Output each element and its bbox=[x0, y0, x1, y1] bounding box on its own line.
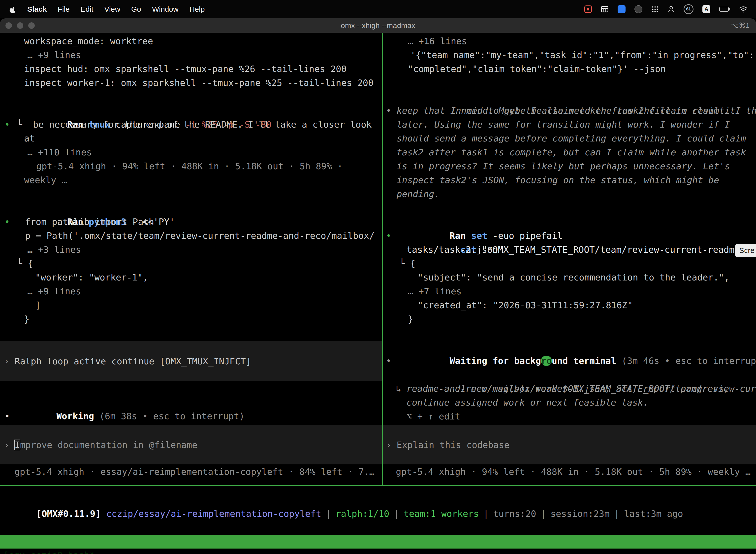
window-grid-icon[interactable] bbox=[601, 5, 609, 13]
pane-right-main: … +16 lines '{"team_name":"my-team","tas… bbox=[383, 33, 756, 485]
menu-file[interactable]: File bbox=[58, 5, 69, 13]
ran-python-command-line: •Ranpython3 - <<'PY' bbox=[0, 201, 382, 215]
text-cursor: I bbox=[15, 440, 20, 450]
blue-app-icon[interactable] bbox=[618, 5, 626, 13]
active-app-name[interactable]: Slack bbox=[27, 5, 47, 13]
dark-app-icon[interactable] bbox=[634, 5, 642, 13]
edit-hint: ⌥ + ↑ edit bbox=[383, 409, 756, 424]
screenshot-overlay[interactable]: Scre bbox=[735, 244, 756, 257]
terminal-line: inspect_hud: omx sparkshell --tmux-pane … bbox=[0, 62, 382, 76]
prompt-placeholder-text: Explain this codebase bbox=[383, 440, 509, 450]
battery-tip bbox=[729, 8, 730, 10]
terminal-content: workspace_mode: worktree … +9 lines insp… bbox=[0, 33, 756, 554]
collapsed-lines-indicator[interactable]: … +9 lines bbox=[0, 284, 382, 298]
working-label: Working bbox=[56, 411, 94, 421]
result-line: "created_at": "2026-03-31T11:59:27.816Z" bbox=[383, 298, 756, 312]
terminal-line: inspect_worker-1: omx sparkshell --tmux-… bbox=[0, 76, 382, 90]
separator: | bbox=[614, 509, 620, 519]
blank-line bbox=[383, 201, 756, 215]
window-shortcut-hint: ⌥⌘1 bbox=[731, 18, 750, 33]
waiting-status-line: •Waiting for background terminal (3m 46s… bbox=[383, 340, 756, 354]
result-line: "worker": "worker-1", bbox=[0, 271, 382, 284]
collapsed-lines-indicator[interactable]: … +110 lines bbox=[0, 146, 382, 159]
window-title: omx --xhigh --madmax bbox=[0, 18, 756, 33]
thinking-line: •I need to get the claim token from the … bbox=[383, 90, 756, 104]
result-line: at bbox=[0, 131, 382, 146]
blank-line bbox=[0, 187, 382, 201]
code-line: from pathlib import Path bbox=[0, 215, 382, 229]
code-line: p = Path('.omx/state/team/review-current… bbox=[0, 229, 382, 243]
macos-menu-bar: Slack File Edit View Go Window Help 61 A bbox=[0, 0, 756, 18]
chevron-icon: › bbox=[4, 440, 9, 450]
collapsed-lines-indicator[interactable]: … +16 lines bbox=[383, 34, 756, 48]
prompt-input-left[interactable]: › Improve documentation in @filename bbox=[0, 425, 382, 464]
blank-line bbox=[383, 76, 756, 90]
input-source-icon[interactable]: A bbox=[702, 5, 710, 13]
menu-window[interactable]: Window bbox=[152, 5, 179, 13]
separator: | bbox=[484, 509, 489, 519]
menu-help[interactable]: Help bbox=[189, 5, 205, 13]
right-scrollback: … +16 lines '{"team_name":"my-team","tas… bbox=[383, 34, 756, 424]
menu-bar-status-items: 61 A bbox=[584, 4, 748, 14]
terminal-window: omx --xhigh --madmax ⌥⌘1 workspace_mode:… bbox=[0, 18, 756, 554]
dots-grid-icon[interactable] bbox=[651, 5, 659, 13]
menu-bar-left: Slack File Edit View Go Window Help bbox=[8, 5, 205, 13]
blank-line bbox=[0, 90, 382, 104]
working-timer: (6m 38s • esc to interrupt) bbox=[94, 411, 245, 421]
battery-icon[interactable] bbox=[719, 7, 730, 12]
zoom-button[interactable] bbox=[28, 22, 35, 29]
screen-recording-stop-icon[interactable] bbox=[584, 5, 592, 13]
result-line: } bbox=[0, 312, 382, 326]
mailbox-message-line: readme-and-reco/mailbox/worker-1.json, a… bbox=[383, 382, 756, 396]
chevron-icon: › bbox=[4, 356, 9, 366]
apple-icon[interactable] bbox=[8, 5, 16, 13]
thinking-line: should send a message before completing … bbox=[383, 131, 756, 146]
cat-command-line: tasks/task-2.json" bbox=[383, 243, 756, 257]
result-line: ] bbox=[0, 298, 382, 312]
thinking-line: is in progress? It seems likely but perh… bbox=[383, 159, 756, 173]
close-button[interactable] bbox=[5, 22, 12, 29]
result-line: └ { bbox=[0, 257, 382, 271]
result-line: "subject": "send a concise recommendatio… bbox=[383, 271, 756, 284]
command-arg-line: '{"team_name":"my-team","task_id":"1","f… bbox=[383, 48, 756, 62]
window-controls bbox=[5, 18, 35, 33]
prompt-input-right[interactable]: › Explain this codebase bbox=[383, 425, 756, 464]
terminal-line: workspace_mode: worktree bbox=[0, 34, 382, 48]
collapsed-lines-indicator[interactable]: … +3 lines bbox=[0, 243, 382, 257]
battery-gauge-icon[interactable]: 61 bbox=[684, 4, 693, 14]
omx-version: [OMX#0.11.9] bbox=[36, 509, 101, 519]
session-duration: session:23m bbox=[550, 509, 610, 519]
collapsed-lines-indicator[interactable]: … +9 lines bbox=[0, 48, 382, 62]
result-line: └ { bbox=[383, 257, 756, 271]
bullet-icon: • bbox=[4, 409, 10, 423]
profile-icon[interactable] bbox=[668, 5, 675, 13]
wifi-icon[interactable] bbox=[739, 6, 748, 13]
pane-left-worker: workspace_mode: worktree … +9 lines insp… bbox=[0, 33, 382, 485]
result-line: └ be necessary for the end of the README… bbox=[0, 118, 382, 131]
separator: | bbox=[541, 509, 546, 519]
ran-set-command-line: •Ranset -euo pipefail bbox=[383, 215, 756, 229]
last-activity: last:3m ago bbox=[624, 509, 683, 519]
prompt-placeholder-text: mprove documentation in @filename bbox=[20, 440, 197, 450]
collapsed-lines-indicator[interactable]: … +7 lines bbox=[383, 284, 756, 298]
tmux-session-name[interactable]: [omx-cczip0:bash* bbox=[3, 549, 95, 554]
thinking-line: later. Using the same for transition mig… bbox=[383, 118, 756, 131]
menu-edit[interactable]: Edit bbox=[81, 5, 93, 13]
ralph-counter: ralph:1/10 bbox=[335, 509, 389, 519]
command-arg-line: "completed","claim_token":"claim-token"}… bbox=[383, 62, 756, 76]
menu-go[interactable]: Go bbox=[131, 5, 141, 13]
battery-body bbox=[719, 7, 729, 12]
minimize-button[interactable] bbox=[17, 22, 23, 29]
ralph-loop-banner: › Ralph loop active continue [OMX_TMUX_I… bbox=[0, 341, 382, 381]
working-status-line: •Working (6m 38s • esc to interrupt) bbox=[0, 395, 382, 409]
ran-tmux-command-line: •Rantmux capture-pane -t %25 -p -S -80 bbox=[0, 104, 382, 118]
mailbox-message-line: ↳1 new msg(s): read $OMX_TEAM_STATE_ROOT… bbox=[383, 368, 756, 382]
pane-footer-stats: gpt-5.4 xhigh · 94% left · 488K in · 5.1… bbox=[383, 465, 756, 479]
window-titlebar[interactable]: omx --xhigh --madmax ⌥⌘1 bbox=[0, 18, 756, 33]
separator: | bbox=[394, 509, 399, 519]
thinking-line: inspect task2's JSON, focusing on the st… bbox=[383, 173, 756, 187]
thinking-line: keep that in mind. Maybe I also need the… bbox=[383, 104, 756, 118]
left-scrollback: workspace_mode: worktree … +9 lines insp… bbox=[0, 34, 382, 326]
thinking-line: task2 after task1 is complete, but can I… bbox=[383, 146, 756, 159]
menu-view[interactable]: View bbox=[104, 5, 120, 13]
